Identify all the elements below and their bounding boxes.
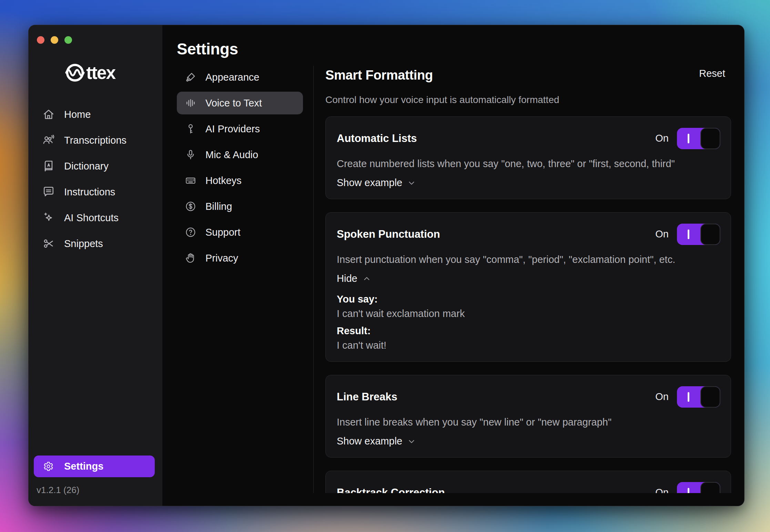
you-say-text: I can't wait exclamation mark xyxy=(337,308,720,319)
card-title: Line Breaks xyxy=(337,391,655,403)
chevron-down-icon xyxy=(407,178,416,187)
toggle-knob xyxy=(700,224,720,245)
gear-icon xyxy=(43,461,54,472)
hide-example-button[interactable]: Hide xyxy=(337,273,371,284)
show-example-label: Show example xyxy=(337,436,402,447)
sidebar: ttex Home Tra xyxy=(29,25,162,506)
sidebar-item-label: Home xyxy=(64,109,91,120)
section-title: Smart Formatting xyxy=(325,68,433,83)
chevron-down-icon xyxy=(407,437,416,446)
app-window: ttex Home Tra xyxy=(28,25,744,506)
close-window-button[interactable] xyxy=(37,36,44,44)
waveform-icon xyxy=(185,98,196,109)
toggle-on-indicator xyxy=(688,134,689,143)
sidebar-item-transcriptions[interactable]: Transcriptions xyxy=(29,129,158,152)
settings-nav-item-hotkeys[interactable]: Hotkeys xyxy=(177,169,303,192)
settings-nav-item-billing[interactable]: Billing xyxy=(177,195,303,218)
settings-nav-item-privacy[interactable]: Privacy xyxy=(177,247,303,269)
settings-nav-label: Support xyxy=(205,227,241,238)
result-text: I can't wait! xyxy=(337,339,720,351)
section-subtitle: Control how your voice input is automati… xyxy=(325,94,731,105)
toggle-state-label: On xyxy=(655,228,669,240)
reset-button[interactable]: Reset xyxy=(699,68,725,79)
settings-nav-label: AI Providers xyxy=(205,123,260,135)
card-spoken-punctuation: Spoken Punctuation On Insert punctuation… xyxy=(325,212,731,362)
sidebar-item-instructions[interactable]: Instructions xyxy=(29,181,158,203)
toggle-state-label: On xyxy=(655,487,669,493)
sidebar-spacer xyxy=(29,258,162,456)
toggle-on-indicator xyxy=(688,488,689,493)
show-example-button[interactable]: Show example xyxy=(337,177,416,188)
card-title: Spoken Punctuation xyxy=(337,228,655,241)
toggle-knob xyxy=(700,482,720,493)
settings-nav-item-appearance[interactable]: Appearance xyxy=(177,66,303,89)
dollar-circle-icon xyxy=(185,201,196,212)
transcriptions-icon xyxy=(43,134,54,146)
card-description: Insert punctuation when you say "comma",… xyxy=(337,254,720,265)
instructions-icon xyxy=(43,186,54,198)
key-icon xyxy=(185,123,196,134)
card-description: Create numbered lists when you say "one,… xyxy=(337,158,720,170)
automatic-lists-toggle[interactable] xyxy=(677,128,720,149)
card-line-breaks: Line Breaks On Insert line breaks when y… xyxy=(325,375,731,458)
card-description: Insert line breaks when you say "new lin… xyxy=(337,416,720,428)
hide-example-label: Hide xyxy=(337,273,357,284)
sidebar-settings-button[interactable]: Settings xyxy=(34,456,155,477)
sidebar-item-home[interactable]: Home xyxy=(29,103,158,126)
toggle-on-indicator xyxy=(688,392,689,402)
toggle-state-label: On xyxy=(655,133,669,144)
toggle-knob xyxy=(700,386,720,408)
sidebar-item-label: AI Shortcuts xyxy=(64,212,119,224)
zoom-window-button[interactable] xyxy=(64,36,72,44)
settings-nav-item-support[interactable]: Support xyxy=(177,221,303,244)
settings-nav-label: Mic & Audio xyxy=(205,149,258,161)
toggle-state-label: On xyxy=(655,391,669,402)
line-breaks-toggle[interactable] xyxy=(677,386,720,408)
settings-nav-item-ai-providers[interactable]: AI Providers xyxy=(177,117,303,140)
sidebar-item-snippets[interactable]: Snippets xyxy=(29,232,158,255)
scissors-icon xyxy=(43,238,54,249)
card-automatic-lists: Automatic Lists On Create numbered lists… xyxy=(325,116,731,199)
sidebar-item-label: Dictionary xyxy=(64,161,109,172)
sidebar-item-ai-shortcuts[interactable]: AI Shortcuts xyxy=(29,206,158,229)
sparkles-icon xyxy=(43,212,54,224)
settings-nav-label: Hotkeys xyxy=(205,175,242,186)
keyboard-icon xyxy=(185,175,196,186)
card-title: Backtrack Correction xyxy=(337,487,655,493)
settings-nav-label: Privacy xyxy=(205,253,238,264)
show-example-label: Show example xyxy=(337,177,402,188)
app-version: v1.2.1 (26) xyxy=(37,485,162,495)
sidebar-item-label: Snippets xyxy=(64,238,103,249)
sidebar-item-label: Instructions xyxy=(64,186,115,198)
show-example-button[interactable]: Show example xyxy=(337,436,416,447)
sidebar-nav: Home Transcriptions xyxy=(29,103,162,258)
logo-text: ttex xyxy=(86,63,116,82)
toggle-on-indicator xyxy=(688,229,689,239)
you-say-label: You say: xyxy=(337,293,720,305)
sidebar-item-label: Transcriptions xyxy=(64,135,126,146)
result-label: Result: xyxy=(337,325,720,337)
settings-nav-label: Voice to Text xyxy=(205,98,262,109)
sidebar-item-dictionary[interactable]: Dictionary xyxy=(29,155,158,177)
dictionary-icon xyxy=(43,160,54,172)
settings-nav: Appearance Voice to Text xyxy=(162,66,313,493)
home-icon xyxy=(43,109,54,120)
app-logo: ttex xyxy=(37,62,162,82)
card-backtrack-correction: Backtrack Correction On xyxy=(325,471,731,493)
minimize-window-button[interactable] xyxy=(51,36,58,44)
help-circle-icon xyxy=(185,227,196,238)
settings-button-label: Settings xyxy=(64,461,103,472)
card-title: Automatic Lists xyxy=(337,132,655,145)
backtrack-correction-toggle[interactable] xyxy=(677,482,720,493)
smart-formatting-section: Smart Formatting Reset Control how your … xyxy=(314,66,744,493)
settings-nav-item-voice-to-text[interactable]: Voice to Text xyxy=(177,92,303,114)
hand-icon xyxy=(185,253,196,264)
settings-nav-label: Appearance xyxy=(205,72,259,83)
paintbrush-icon xyxy=(185,72,196,83)
chevron-up-icon xyxy=(362,274,371,283)
settings-panel: Settings Appearance xyxy=(162,25,744,506)
settings-nav-label: Billing xyxy=(205,201,232,212)
spoken-punctuation-toggle[interactable] xyxy=(677,224,720,245)
page-title: Settings xyxy=(177,40,238,58)
settings-nav-item-mic-audio[interactable]: Mic & Audio xyxy=(177,143,303,166)
